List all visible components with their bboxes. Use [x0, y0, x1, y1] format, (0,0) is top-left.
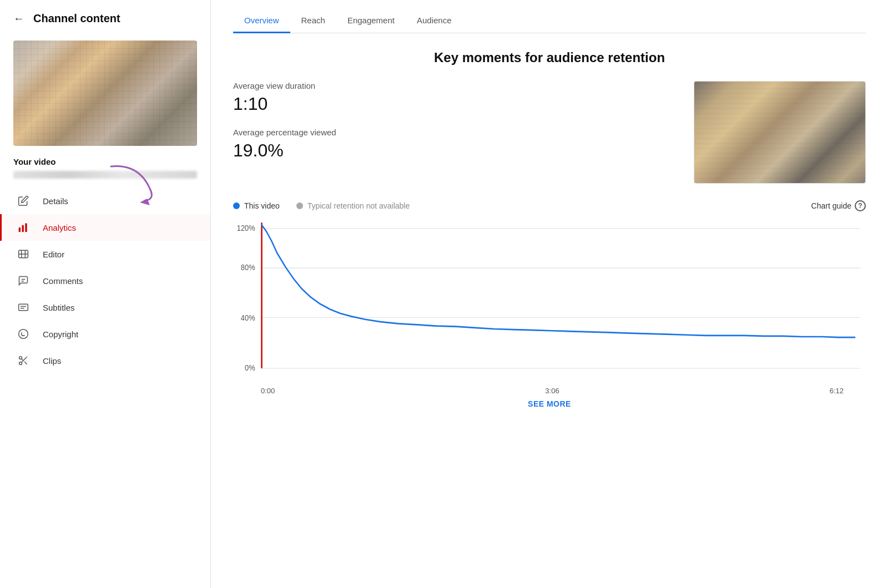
metrics-row: Average view duration 1:10 Average perce…: [233, 81, 866, 184]
video-thumbnail-pixelated: [13, 40, 197, 146]
video-title-blurred: [13, 171, 197, 179]
main-content: Overview Reach Engagement Audience Key m…: [211, 0, 888, 588]
x-label-2: 6:12: [830, 387, 844, 395]
chart-guide-icon: ?: [855, 200, 866, 211]
sidebar-header: ← Channel content: [0, 0, 210, 35]
subtitles-label: Subtitles: [43, 303, 75, 312]
avg-view-duration-label: Average view duration: [233, 81, 683, 90]
legend-typical-retention-label: Typical retention not available: [307, 201, 410, 210]
sidebar-item-subtitles[interactable]: Subtitles: [0, 294, 210, 321]
sidebar-item-clips[interactable]: Clips: [0, 347, 210, 374]
svg-rect-0: [19, 227, 21, 232]
tab-engagement[interactable]: Engagement: [336, 9, 406, 33]
avg-pct-viewed-block: Average percentage viewed 19.0%: [233, 128, 683, 161]
tab-overview[interactable]: Overview: [233, 9, 290, 33]
analytics-label: Analytics: [43, 223, 76, 232]
editor-label: Editor: [43, 250, 64, 259]
svg-line-16: [24, 362, 27, 364]
x-label-1: 3:06: [545, 387, 559, 395]
tab-reach[interactable]: Reach: [290, 9, 336, 33]
copyright-icon: [15, 328, 32, 339]
sidebar-item-editor[interactable]: Editor: [0, 241, 210, 267]
svg-text:120%: 120%: [237, 224, 255, 233]
svg-rect-1: [22, 225, 24, 232]
chart-legend: This video Typical retention not availab…: [233, 200, 866, 211]
chart-guide-label: Chart guide: [811, 201, 851, 210]
analytics-icon: [15, 222, 32, 233]
svg-point-13: [19, 357, 22, 359]
legend-dot-blue: [233, 202, 240, 209]
details-icon: [15, 195, 32, 206]
sidebar-item-copyright[interactable]: Copyright: [0, 321, 210, 347]
legend-this-video: This video: [233, 201, 280, 210]
comments-icon: [15, 275, 32, 286]
video-thumbnail: [13, 40, 197, 146]
sidebar-item-details[interactable]: Details: [0, 187, 210, 214]
copyright-label: Copyright: [43, 330, 78, 339]
avg-pct-viewed-label: Average percentage viewed: [233, 128, 683, 137]
chart-guide-button[interactable]: Chart guide ?: [811, 200, 866, 211]
tab-audience[interactable]: Audience: [406, 9, 463, 33]
svg-text:80%: 80%: [241, 263, 255, 272]
avg-view-duration-block: Average view duration 1:10: [233, 81, 683, 114]
chart-container: 120% 80% 40% 0%: [233, 220, 866, 376]
chart-x-labels: 0:00 3:06 6:12: [233, 384, 866, 395]
see-more-button[interactable]: SEE MORE: [233, 395, 866, 413]
back-arrow-icon: ←: [13, 12, 24, 25]
retention-chart: 120% 80% 40% 0%: [233, 220, 866, 376]
details-label: Details: [43, 196, 68, 206]
legend-dot-gray: [296, 202, 303, 209]
editor-icon: [15, 249, 32, 260]
legend-typical-retention: Typical retention not available: [296, 201, 410, 210]
svg-point-14: [19, 362, 22, 365]
svg-text:40%: 40%: [241, 313, 255, 322]
video-thumbnail-container: [13, 40, 197, 146]
avg-pct-viewed-value: 19.0%: [233, 140, 683, 161]
back-button[interactable]: ←: [13, 12, 24, 25]
your-video-label: Your video: [13, 157, 197, 166]
svg-point-12: [19, 330, 28, 339]
comments-label: Comments: [43, 276, 83, 286]
svg-line-17: [22, 359, 23, 361]
sidebar: ← Channel content Your video Details: [0, 0, 211, 588]
clips-label: Clips: [43, 356, 61, 366]
x-label-0: 0:00: [261, 387, 275, 395]
subtitles-icon: [15, 302, 32, 313]
sidebar-item-comments[interactable]: Comments: [0, 267, 210, 294]
sidebar-title: Channel content: [33, 12, 120, 25]
svg-rect-9: [19, 304, 28, 311]
video-preview-pixelated: [694, 82, 865, 183]
metrics-left: Average view duration 1:10 Average perce…: [233, 81, 683, 174]
legend-this-video-label: This video: [244, 201, 280, 210]
svg-rect-2: [25, 224, 27, 232]
video-preview-thumbnail: [694, 81, 866, 184]
svg-text:0%: 0%: [245, 364, 255, 373]
clips-icon: [15, 355, 32, 366]
avg-view-duration-value: 1:10: [233, 94, 683, 114]
tabs-container: Overview Reach Engagement Audience: [233, 0, 866, 33]
section-title: Key moments for audience retention: [233, 50, 866, 65]
sidebar-nav: Details Analytics Editor: [0, 187, 210, 374]
sidebar-item-analytics[interactable]: Analytics: [0, 214, 210, 241]
